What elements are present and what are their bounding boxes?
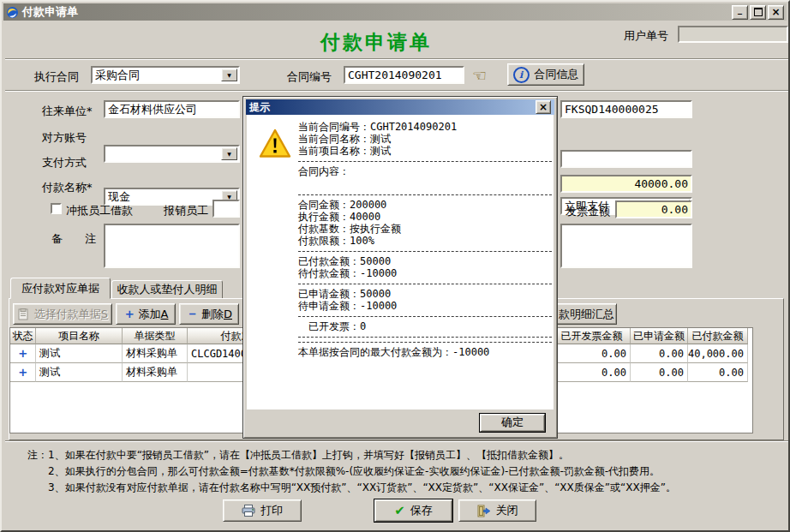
offset-loan-label: 冲抵员工借款 [66, 203, 133, 218]
col-status[interactable]: 状态 [10, 328, 36, 344]
expand-plus-icon[interactable]: ＋ [16, 348, 29, 359]
check-icon: ✔ [394, 505, 405, 517]
dialog-line: 付款限额：100% [298, 235, 552, 247]
invoice-amount-field[interactable] [615, 200, 692, 218]
col-paid[interactable]: 已付款金额 [688, 328, 748, 344]
window-title: 付款申请单 [22, 4, 78, 20]
apply-amount-field[interactable] [560, 175, 692, 193]
contract-info-button[interactable]: i 合同信息 [507, 63, 584, 86]
cell-paid: 40,000.00 [688, 344, 748, 363]
reimburse-field[interactable] [212, 200, 240, 218]
counterparty-label: 往来单位* [42, 104, 93, 119]
remark-label: 备 注 [51, 231, 96, 247]
divider [298, 337, 552, 338]
note-line-2: 2、如果执行的分包合同，那么可付款金额=付款基数*付款限额%-(应收履约保证金-… [48, 464, 660, 479]
minimize-button[interactable]: _ [732, 5, 748, 20]
select-pay-doc-button[interactable]: 选择付款单据S [13, 303, 112, 325]
invoice-amount-label: 发票金额 [566, 204, 610, 219]
warning-icon [259, 129, 291, 158]
account-select[interactable]: ▼ [104, 145, 240, 163]
right-blank-field[interactable] [560, 150, 692, 168]
divider [298, 284, 552, 284]
remark-field[interactable] [104, 224, 240, 268]
expand-plus-icon[interactable]: ＋ [16, 367, 29, 378]
cell-applied: 0.00 [631, 344, 688, 363]
dialog-footer: 确定 [247, 410, 554, 434]
counterparty-field[interactable] [104, 100, 240, 118]
divider [298, 161, 552, 162]
summary-button[interactable]: 款明细汇总 [548, 303, 617, 325]
col-applied[interactable]: 已申请金额 [631, 328, 688, 344]
dialog-line: 执行金额：40000 [298, 211, 552, 223]
close-form-button[interactable]: 关闭 [458, 499, 536, 522]
payment-application-window: 付款申请单 _ × 付款申请单 用户单号 执行合同 采购合同 ▼ 合同编号 ☜ … [0, 0, 790, 532]
col-invoiced[interactable]: 已开发票金额 [554, 328, 631, 344]
col-project[interactable]: 项目名称 [36, 328, 123, 344]
contract-no-field[interactable] [344, 66, 464, 84]
maximize-button[interactable] [750, 5, 766, 20]
dialog-ok-button[interactable]: 确定 [480, 414, 545, 432]
cell-doc-type: 材料采购单 [123, 344, 188, 363]
minus-icon: － [186, 308, 199, 320]
user-no-label: 用户单号 [624, 28, 668, 44]
contract-no-label: 合同编号 [287, 69, 332, 85]
divider [298, 251, 552, 252]
divider [298, 316, 552, 317]
pay-method-label: 支付方式 [42, 155, 87, 170]
dialog-line: 待付款金额：-10000 [298, 267, 552, 279]
chevron-down-icon[interactable]: ▼ [221, 69, 237, 81]
dialog-line: 当前项目名称：测试 [298, 145, 552, 157]
dialog-line: 已付款金额：50000 [298, 255, 552, 267]
right-remark-box[interactable] [560, 224, 692, 268]
exec-contract-label: 执行合同 [34, 69, 79, 85]
alert-dialog: 提示 × 当前合同编号：CGHT2014090201 当前合同名称：测试 当前项… [242, 96, 558, 439]
dialog-line: 付款基数：按执行金额 [298, 223, 552, 235]
dialog-line: 合同金额：200000 [298, 199, 552, 211]
reimburse-label: 报销员工 [164, 203, 208, 218]
cell-invoiced: 0.00 [554, 363, 631, 382]
remark-textarea [105, 225, 238, 266]
hand-picker-icon[interactable]: ☜ [472, 68, 487, 83]
dialog-line: 当前合同编号：CGHT2014090201 [298, 121, 552, 133]
cell-project: 测试 [36, 363, 123, 382]
print-button[interactable]: 打印 [223, 499, 302, 522]
dialog-line: 当前合同名称：测试 [298, 133, 552, 145]
close-button[interactable]: × [768, 5, 784, 20]
note-line-3: 3、如果付款没有对应付款单据，请在付款名称中写明“XX预付款”、“XX订货款”、… [48, 481, 676, 495]
apply-doc-no-field[interactable] [560, 100, 692, 118]
cell-paid: 0.00 [688, 363, 748, 382]
offset-loan-checkbox[interactable] [51, 203, 62, 214]
col-doc-type[interactable]: 单据类型 [123, 328, 188, 344]
dialog-line: 合同内容： [298, 165, 552, 177]
dialog-line: 待申请金额：-10000 [298, 300, 552, 312]
page-title: 付款申请单 [320, 29, 432, 56]
window-titlebar[interactable]: 付款申请单 _ × [3, 3, 787, 21]
printer-icon [242, 505, 255, 517]
note-line-1: 注：1、如果在付款中要“报销员工借款”，请在【冲抵员工借款】上打钩，并填写好【报… [27, 448, 569, 463]
divider [298, 194, 552, 195]
chevron-down-icon[interactable]: ▼ [221, 147, 237, 160]
dialog-title: 提示 [249, 100, 270, 115]
dialog-titlebar[interactable]: 提示 × [246, 99, 554, 115]
cell-applied: 0.00 [631, 363, 688, 382]
add-button[interactable]: ＋ 添加A [116, 303, 176, 325]
tab-payable-docs[interactable]: 应付款对应单据 [10, 278, 111, 299]
exit-door-icon [477, 505, 491, 517]
cell-invoiced: 0.00 [554, 344, 631, 363]
tab-payee-detail[interactable]: 收款人或垫付人明细 [111, 280, 223, 299]
dialog-line: 已申请金额：50000 [298, 288, 552, 300]
account-label: 对方账号 [42, 130, 87, 146]
save-button[interactable]: ✔ 保存 [374, 499, 452, 522]
delete-button[interactable]: － 删除D [179, 303, 239, 325]
divider [298, 342, 552, 343]
document-icon [17, 308, 29, 320]
exec-contract-select[interactable]: 采购合同 ▼ [91, 66, 240, 84]
app-icon [6, 6, 19, 19]
cell-project: 测试 [36, 344, 123, 363]
pay-name-label: 付款名称* [42, 180, 93, 195]
dialog-line: 本单据按合同的最大付款金额为：-10000 [298, 346, 552, 358]
user-no-field[interactable] [678, 26, 788, 43]
dialog-close-button[interactable]: × [536, 100, 551, 114]
info-icon: i [513, 67, 530, 83]
plus-icon: ＋ [123, 308, 136, 320]
